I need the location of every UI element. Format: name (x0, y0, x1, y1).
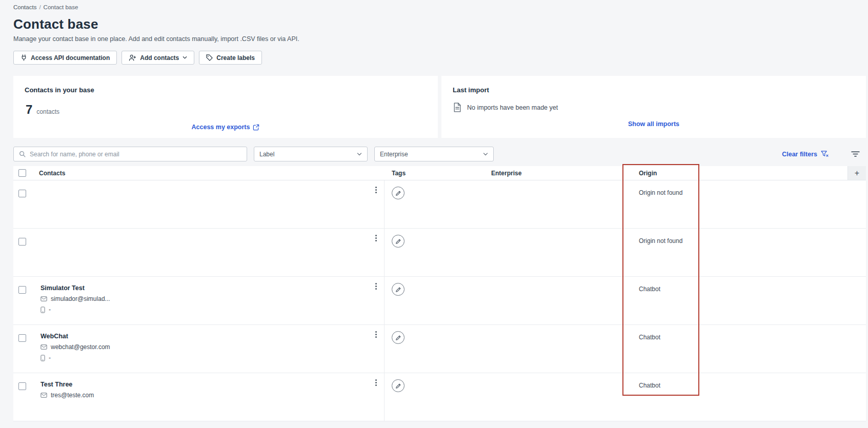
access-my-exports-link[interactable]: Access my exports (25, 124, 427, 131)
edit-tags-button[interactable] (392, 187, 405, 199)
tag-icon (206, 54, 213, 61)
pencil-icon (395, 238, 401, 244)
edit-tags-button[interactable] (392, 235, 405, 248)
contact-name: Test Three (41, 381, 370, 388)
table-row: Simulator Test simulador@simulad... - (13, 277, 866, 325)
row-menu-button[interactable] (373, 233, 379, 243)
chevron-down-icon (183, 55, 187, 60)
summary-cards: Contacts in your base 7 contacts Access … (13, 76, 866, 138)
contact-email: webchat@gestor.com (51, 343, 110, 351)
row-menu-button[interactable] (373, 329, 379, 340)
chevron-down-icon (357, 152, 362, 157)
contacts-table: Contacts Tags Enterprise Origin + Origin… (13, 166, 866, 421)
row-menu-button[interactable] (373, 377, 379, 388)
row-menu-button[interactable] (373, 185, 379, 195)
edit-tags-button[interactable] (392, 331, 405, 344)
no-imports-message: No imports have been made yet (467, 104, 558, 111)
contact-phone: - (49, 306, 51, 313)
column-header-origin: Origin (629, 170, 711, 177)
create-labels-button[interactable]: Create labels (199, 51, 262, 65)
edit-tags-button[interactable] (392, 283, 405, 296)
api-plug-icon (21, 54, 27, 61)
last-import-title: Last import (453, 86, 855, 94)
toolbar: Access API documentation Add contacts Cr… (13, 51, 866, 65)
clear-filters-button[interactable]: Clear filters (782, 151, 829, 158)
contacts-card-title: Contacts in your base (25, 86, 427, 94)
contact-email: tres@teste.com (51, 392, 94, 399)
add-contacts-button[interactable]: Add contacts (122, 51, 194, 65)
access-api-documentation-button[interactable]: Access API documentation (13, 51, 117, 65)
column-header-tags: Tags (385, 170, 491, 177)
select-all-checkbox[interactable] (18, 169, 26, 177)
contact-phone: - (49, 354, 51, 361)
row-checkbox[interactable] (18, 382, 26, 390)
table-header-row: Contacts Tags Enterprise Origin + (13, 166, 866, 180)
search-box (13, 147, 247, 161)
email-icon (41, 393, 47, 398)
add-column-button[interactable]: + (847, 166, 866, 180)
document-icon (453, 103, 461, 112)
clear-filter-funnel-icon (821, 151, 829, 157)
contact-name: WebChat (41, 333, 370, 340)
origin-cell: Origin not found (629, 180, 711, 228)
table-row: Origin not found (13, 180, 866, 229)
row-checkbox[interactable] (18, 238, 26, 246)
breadcrumb-separator: / (39, 4, 41, 10)
contacts-count-unit: contacts (36, 108, 59, 115)
table-row: Origin not found (13, 229, 866, 277)
breadcrumb-contact-base: Contact base (44, 4, 78, 10)
email-icon (41, 344, 47, 350)
email-icon (41, 296, 47, 301)
pencil-icon (395, 190, 401, 196)
export-icon (253, 124, 259, 131)
filter-bar: Label Enterprise Clear filters (13, 147, 866, 161)
row-menu-button[interactable] (373, 281, 379, 292)
filter-list-button[interactable] (851, 151, 860, 157)
pencil-icon (395, 383, 401, 389)
edit-tags-button[interactable] (392, 379, 405, 392)
origin-cell: Chatbot (629, 373, 711, 421)
chevron-down-icon (483, 152, 488, 157)
last-import-card: Last import No imports have been made ye… (441, 76, 866, 138)
filter-list-icon (851, 151, 860, 157)
pencil-icon (395, 335, 401, 341)
search-icon (19, 151, 26, 157)
page-subtitle: Manage your contact base in one place. A… (13, 35, 866, 43)
pencil-icon (395, 287, 401, 293)
breadcrumb-contacts[interactable]: Contacts (13, 4, 36, 10)
origin-cell: Chatbot (629, 325, 711, 373)
contact-base-page: Contacts / Contact base Contact base Man… (0, 0, 868, 421)
column-header-contacts: Contacts (39, 170, 385, 177)
origin-cell: Origin not found (629, 229, 711, 276)
add-contact-icon (129, 54, 136, 61)
table-row: Test Three tres@teste.com Chatbot (13, 373, 866, 421)
origin-cell: Chatbot (629, 277, 711, 324)
show-all-imports-link[interactable]: Show all imports (453, 120, 855, 128)
column-header-enterprise: Enterprise (491, 170, 629, 177)
breadcrumb: Contacts / Contact base (13, 4, 866, 10)
row-checkbox[interactable] (18, 190, 26, 197)
enterprise-filter-select[interactable]: Enterprise (374, 147, 494, 161)
contact-name: Simulator Test (41, 284, 370, 292)
page-title: Contact base (13, 16, 866, 32)
search-input[interactable] (30, 151, 241, 158)
table-row: WebChat webchat@gestor.com - (13, 325, 866, 373)
phone-icon (41, 307, 45, 313)
contact-email: simulador@simulad... (51, 295, 110, 302)
contacts-in-base-card: Contacts in your base 7 contacts Access … (13, 76, 438, 138)
contacts-count: 7 (26, 103, 32, 117)
row-checkbox[interactable] (18, 286, 26, 294)
label-filter-select[interactable]: Label (254, 147, 368, 161)
row-checkbox[interactable] (18, 334, 26, 342)
phone-icon (41, 355, 45, 361)
